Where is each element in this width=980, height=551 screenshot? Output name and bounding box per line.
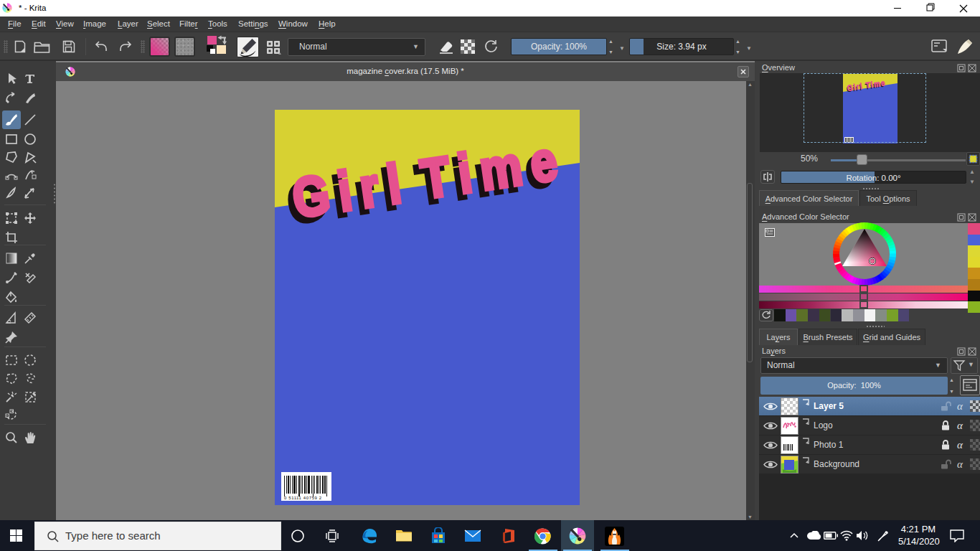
svg-text:0 51111 40759 2: 0 51111 40759 2 bbox=[284, 496, 322, 500]
